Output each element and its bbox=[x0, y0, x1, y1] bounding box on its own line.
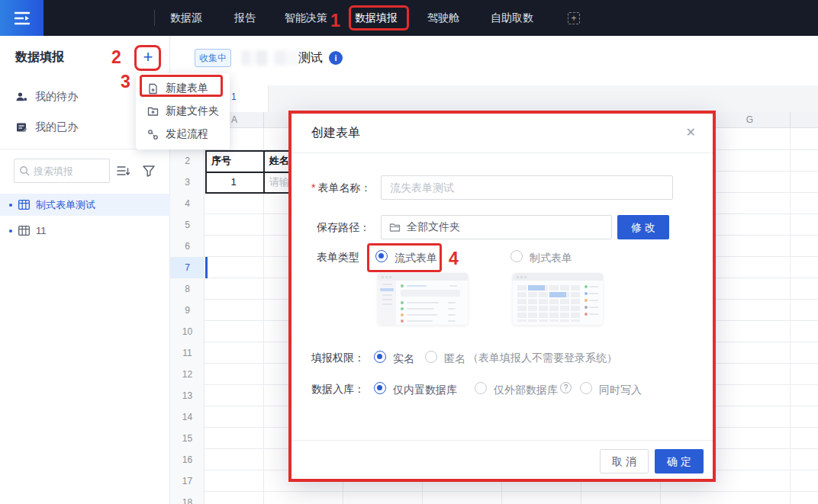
help-icon[interactable]: ? bbox=[560, 382, 572, 393]
grid-vline bbox=[581, 482, 581, 504]
row-number-active[interactable]: 7 bbox=[170, 257, 204, 278]
form-list-item-label: 11 bbox=[36, 225, 47, 236]
nav-item-self-service[interactable]: 自助取数 bbox=[491, 0, 533, 36]
nav-item-dashboard[interactable]: 驾驶舱 bbox=[427, 0, 459, 36]
menu-lines-icon bbox=[13, 10, 31, 27]
row-number[interactable]: 14 bbox=[170, 406, 204, 428]
row-number[interactable]: 9 bbox=[170, 300, 204, 321]
row-number[interactable]: 13 bbox=[170, 385, 204, 406]
nav-item-data-filling[interactable]: 数据填报 bbox=[355, 0, 398, 36]
confirm-button[interactable]: 确 定 bbox=[655, 449, 704, 474]
file-plus-icon bbox=[147, 83, 159, 95]
row-number[interactable]: 3 bbox=[170, 172, 204, 193]
add-form-button[interactable]: + bbox=[138, 47, 158, 68]
row-number[interactable]: 16 bbox=[170, 449, 204, 470]
column-header-g[interactable]: G bbox=[710, 112, 790, 128]
create-form-modal: 创建表单 ✕ *表单名称： 保存路径： 全部文件夹 修 改 表单类型 流式表单 … bbox=[288, 111, 716, 482]
app-root: 数据源 报告 智能决策 数据填报 驾驶舱 自助取数 + 数据填报 + 我的待办 … bbox=[0, 0, 818, 504]
app-logo[interactable] bbox=[0, 0, 43, 36]
row-number[interactable]: 2 bbox=[170, 150, 204, 172]
page-title: 测试 bbox=[298, 50, 323, 66]
thumbnail-row bbox=[401, 319, 463, 323]
cell-name-placeholder[interactable]: 请输 bbox=[269, 172, 289, 193]
search-input-wrapper bbox=[14, 159, 110, 183]
column-divider bbox=[790, 112, 791, 128]
folder-icon bbox=[389, 223, 401, 233]
search-input[interactable] bbox=[34, 165, 99, 177]
row-number[interactable]: 11 bbox=[170, 342, 204, 364]
modal-title: 创建表单 bbox=[311, 125, 360, 141]
grid-vline bbox=[501, 482, 502, 504]
save-path-value: 全部文件夹 bbox=[407, 220, 460, 234]
info-icon[interactable]: i bbox=[329, 51, 343, 65]
row-number[interactable]: 18 bbox=[170, 492, 204, 504]
radio-internal-db-label[interactable]: 仅内置数据库 bbox=[393, 383, 457, 396]
sort-list-icon[interactable] bbox=[116, 164, 131, 178]
row-number[interactable]: 6 bbox=[170, 236, 204, 257]
nav-item-datasource[interactable]: 数据源 bbox=[170, 0, 202, 36]
radio-real-name[interactable] bbox=[374, 351, 386, 363]
thumbnail-block bbox=[401, 290, 460, 297]
menu-item-start-flow[interactable]: 发起流程 bbox=[136, 123, 230, 146]
radio-fixed-form-label[interactable]: 制式表单 bbox=[530, 251, 572, 265]
required-mark: * bbox=[311, 181, 315, 194]
thumbnail-browser-bar bbox=[513, 273, 603, 281]
radio-internal-db[interactable] bbox=[374, 382, 386, 394]
radio-real-name-label[interactable]: 实名 bbox=[393, 352, 414, 365]
menu-item-label: 发起流程 bbox=[166, 127, 208, 141]
row-number[interactable]: 12 bbox=[170, 364, 204, 385]
cell-serial-1[interactable]: 1 bbox=[205, 172, 262, 193]
topbar-divider bbox=[154, 10, 155, 26]
thumbnail-legend bbox=[585, 285, 598, 319]
thumbnail-row bbox=[401, 301, 463, 304]
radio-flow-form-label[interactable]: 流式表单 bbox=[395, 251, 437, 265]
grid-vline bbox=[660, 482, 661, 504]
thumbnail-row bbox=[401, 284, 462, 287]
status-badge: 收集中 bbox=[195, 49, 231, 67]
menu-item-new-form[interactable]: 新建表单 bbox=[136, 77, 230, 100]
modify-path-button[interactable]: 修 改 bbox=[617, 215, 669, 239]
table-icon bbox=[18, 226, 30, 236]
filter-icon[interactable] bbox=[142, 164, 156, 178]
form-list-item[interactable]: 11 bbox=[0, 220, 170, 242]
thumbnail-row bbox=[401, 313, 463, 316]
cell-name-header[interactable]: 姓名 bbox=[269, 150, 289, 172]
form-name-input[interactable] bbox=[390, 176, 664, 199]
cell-serial-header[interactable]: 序号 bbox=[211, 150, 231, 172]
folder-plus-icon bbox=[147, 106, 159, 117]
sidebar-item-label: 我的已办 bbox=[35, 120, 78, 134]
cancel-button[interactable]: 取 消 bbox=[600, 449, 649, 474]
thumbnail-highlight-cell bbox=[528, 285, 545, 291]
row-number[interactable]: 15 bbox=[170, 428, 204, 449]
save-path-field[interactable]: 全部文件夹 bbox=[381, 215, 612, 239]
row-number[interactable]: 10 bbox=[170, 321, 204, 342]
row-number[interactable]: 17 bbox=[170, 470, 204, 492]
thumbnail-browser-bar bbox=[378, 273, 468, 281]
radio-flow-form[interactable] bbox=[375, 250, 388, 262]
grid-vline bbox=[422, 482, 423, 504]
thumbnail-sidebar bbox=[378, 281, 396, 325]
column-divider bbox=[263, 112, 264, 128]
flow-icon bbox=[147, 129, 159, 140]
radio-anonymous[interactable] bbox=[425, 351, 437, 363]
menu-item-label: 新建文件夹 bbox=[166, 104, 219, 118]
thumbnail-row bbox=[401, 307, 463, 310]
radio-anonymous-label[interactable]: 匿名 bbox=[444, 352, 465, 365]
row-number[interactable]: 8 bbox=[170, 278, 204, 300]
radio-fixed-form[interactable] bbox=[510, 250, 523, 262]
menu-item-new-folder[interactable]: 新建文件夹 bbox=[136, 100, 230, 123]
radio-write-both-label[interactable]: 同时写入 bbox=[599, 383, 642, 396]
row-number[interactable]: 4 bbox=[170, 193, 204, 214]
sidebar-title: 数据填报 bbox=[15, 50, 64, 66]
search-icon bbox=[19, 165, 30, 176]
form-list-item-selected[interactable]: 制式表单测试 bbox=[0, 194, 170, 216]
add-module-icon[interactable]: + bbox=[568, 12, 580, 24]
nav-item-report[interactable]: 报告 bbox=[234, 0, 256, 36]
radio-external-db-label[interactable]: 仅外部数据库 bbox=[494, 383, 558, 396]
close-icon[interactable]: ✕ bbox=[686, 125, 696, 140]
nav-item-smart-decision[interactable]: 智能决策 bbox=[285, 0, 327, 36]
row-number[interactable]: 5 bbox=[170, 214, 204, 236]
anonymous-note: （表单填报人不需要登录系统） bbox=[468, 352, 617, 365]
radio-external-db[interactable] bbox=[475, 382, 487, 394]
radio-write-both[interactable] bbox=[580, 382, 592, 394]
